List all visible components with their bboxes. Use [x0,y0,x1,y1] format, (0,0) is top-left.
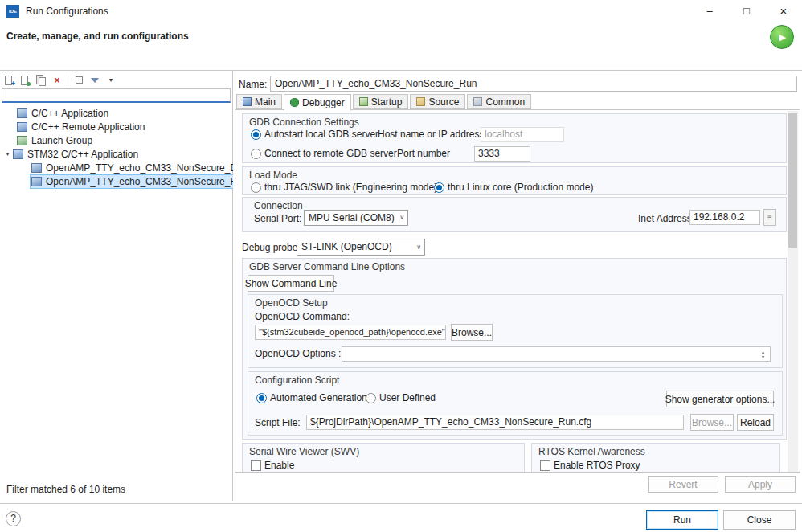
startup-tab-icon [359,97,368,106]
group-title: Configuration Script [255,374,339,386]
delete-icon[interactable]: × [51,74,63,87]
swv-group: Serial Wire Viewer (SWV) Enable [242,443,525,473]
openocd-options-input[interactable] [342,346,771,362]
tree-item-cpp-application[interactable]: C/C++ Application [0,106,232,120]
tab-label: Debugger [302,97,345,108]
close-button[interactable]: Close [723,510,796,530]
toolbar-separator [68,75,68,86]
tree-item-stm32-application[interactable]: ▾ STM32 C/C++ Application [0,147,232,161]
maximize-button[interactable]: □ [728,0,765,23]
script-reload-button[interactable]: Reload [737,414,774,431]
run-configurations-window: IDE Run Configurations – □ × Create, man… [0,0,802,532]
rtos-enable-label: Enable RTOS Proxy [554,460,640,471]
editor-tabs: Main Debugger Startup Source Common [236,94,533,110]
tab-label: Source [428,96,459,108]
autostart-gdb-radio[interactable] [251,129,261,140]
tree-item-openamp-run[interactable]: OpenAMP_TTY_echo_CM33_NonSecure_Run [0,174,232,188]
tree-item-label: C/C++ Remote Application [31,121,145,133]
host-label: Host name or IP address [378,129,485,140]
tab-main[interactable]: Main [236,94,282,109]
tab-source[interactable]: Source [410,94,465,109]
dialog-footer: ? Run Close [0,503,802,532]
openocd-options-label: OpenOCD Options : [255,348,341,359]
tab-label: Common [485,96,525,108]
serial-port-label: Serial Port: [254,213,301,224]
debug-probe-select[interactable]: ST-LINK (OpenOCD)∨ [297,239,425,256]
show-command-line-button[interactable]: Show Command Line [248,275,334,292]
run-button[interactable]: Run [646,510,718,530]
toolbar-menu-icon[interactable]: ▾ [104,74,117,87]
stm32-config-icon [31,177,42,186]
host-input[interactable]: localhost [481,127,564,142]
run-configuration-icon: ▶ [770,25,794,49]
duplicate-icon[interactable] [35,74,47,87]
show-generator-options-button[interactable]: Show generator options... [666,391,774,407]
automated-generation-radio[interactable] [256,393,267,403]
options-spinner[interactable]: ▴▾ [758,346,768,362]
vertical-scrollbar[interactable] [788,111,798,472]
swv-enable-checkbox[interactable] [251,460,261,471]
close-window-button[interactable]: × [765,0,802,23]
debugger-tab-icon [290,98,299,107]
filter-status-text: Filter matched 6 of 10 items [6,484,125,495]
inet-address-label: Inet Address: [638,213,694,224]
tree-item-cpp-remote-application[interactable]: C/C++ Remote Application [0,120,232,133]
select-value: MPU Serial (COM8) [309,212,395,223]
group-title: RTOS Kernel Awareness [538,446,645,457]
revert-button[interactable]: Revert [648,476,718,493]
tab-label: Main [255,96,276,108]
stm32-application-icon [13,149,23,159]
user-defined-radio[interactable] [366,393,376,403]
tab-common[interactable]: Common [467,94,531,109]
script-file-input[interactable]: ${ProjDirPath}\OpenAMP_TTY_echo_CM33_Non… [306,415,684,430]
expand-arrow-icon[interactable]: ▾ [3,150,12,158]
jtag-mode-radio[interactable] [251,182,261,193]
tab-debugger[interactable]: Debugger [284,94,351,111]
remote-gdb-radio[interactable] [251,149,261,159]
scrollbar-thumb[interactable] [788,113,797,248]
launch-toolbar: + × ▾ [2,73,117,87]
linux-core-radio[interactable] [434,182,444,193]
dialog-header: Create, manage, and run configurations ▶ [0,23,802,71]
openocd-setup-group: OpenOCD Setup OpenOCD Command: "${stm32c… [248,294,783,368]
filter-input[interactable] [2,88,231,103]
tab-startup[interactable]: Startup [353,94,409,109]
inet-address-input[interactable]: 192.168.0.2 [689,210,760,225]
gdb-server-options-group: GDB Server Command Line Options Show Com… [242,258,787,440]
dot-glyph [27,82,31,86]
remote-gdb-label: Connect to remote GDB server [264,148,397,159]
chevron-down-icon: ∨ [399,211,404,225]
minimize-button[interactable]: – [691,0,728,23]
cpp-remote-application-icon [17,122,27,132]
x-glyph: × [54,75,59,86]
name-input[interactable]: OpenAMP_TTY_echo_CM33_NonSecure_Run [270,76,797,92]
filter-icon[interactable] [88,74,101,87]
inet-address-picker-button[interactable]: ≡ [763,209,776,226]
collapse-glyph [76,76,83,84]
connection-group: Connection Serial Port: MPU Serial (COM8… [242,197,787,232]
configurations-sidebar: + × ▾ C/C++ Application C/C++ Remote App… [0,71,233,501]
openocd-browse-button[interactable]: Browse... [451,324,493,341]
apply-button[interactable]: Apply [725,476,796,493]
swv-enable-label: Enable [264,460,294,471]
app-logo-icon: IDE [6,5,19,18]
new-configuration-icon[interactable]: + [2,74,15,87]
tree-item-openamp-debug[interactable]: OpenAMP_TTY_echo_CM33_NonSecure_Debug [0,161,232,174]
port-input[interactable]: 3333 [474,146,530,162]
debug-probe-label: Debug probe [242,242,297,253]
rtos-enable-checkbox[interactable] [540,460,550,471]
launch-group-icon [17,136,27,145]
source-tab-icon [416,97,425,106]
script-browse-button[interactable]: Browse... [690,414,734,431]
collapse-all-icon[interactable] [72,74,85,87]
openocd-command-input[interactable]: "${stm32cubeide_openocd_path}\openocd.ex… [255,325,446,340]
plus-glyph: + [11,80,15,88]
tree-item-label: STM32 C/C++ Application [27,149,138,160]
user-defined-label: User Defined [379,392,436,403]
funnel-glyph [91,78,99,83]
tree-item-launch-group[interactable]: Launch Group [0,133,232,147]
list-icon: ≡ [767,213,772,222]
serial-port-select[interactable]: MPU Serial (COM8)∨ [304,210,408,226]
help-button[interactable]: ? [6,511,21,526]
new-prototype-icon[interactable] [18,74,31,87]
